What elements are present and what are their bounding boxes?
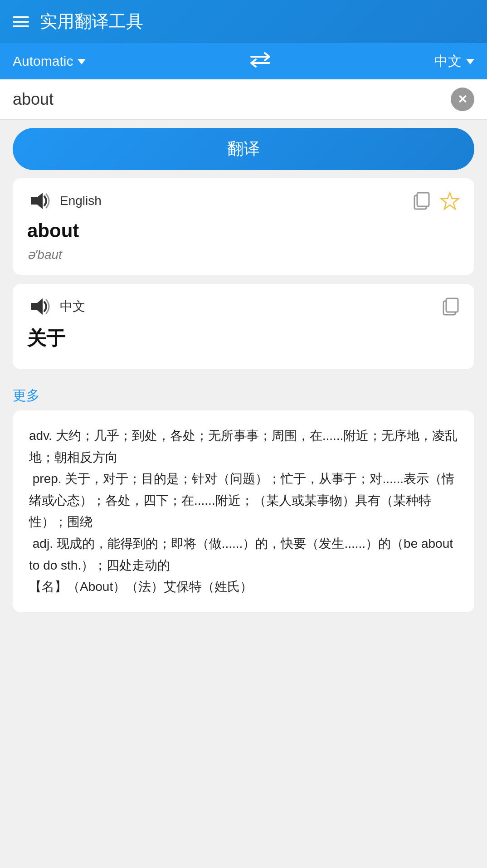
chinese-result-card: 中文 关于 <box>13 284 474 369</box>
language-bar: Automatic 中文 <box>0 43 487 79</box>
english-copy-icon[interactable] <box>413 191 431 211</box>
app-header: 实用翻译工具 <box>0 0 487 43</box>
svg-marker-4 <box>31 298 43 315</box>
search-area <box>0 79 487 120</box>
svg-marker-0 <box>31 193 43 209</box>
app-title: 实用翻译工具 <box>40 10 143 33</box>
chinese-speaker-icon[interactable] <box>27 297 52 317</box>
english-result-card: English about ə'baut <box>13 178 474 275</box>
swap-languages-button[interactable] <box>248 50 272 72</box>
svg-rect-2 <box>417 193 429 206</box>
results-area: English about ə'baut <box>0 178 487 630</box>
favorite-star-icon[interactable] <box>440 191 460 211</box>
chinese-word: 关于 <box>27 326 460 351</box>
english-phonetic: ə'baut <box>27 247 460 262</box>
svg-marker-3 <box>441 193 458 209</box>
more-section-label: 更多 <box>13 378 474 410</box>
english-lang-label: English <box>60 194 102 208</box>
target-language-selector[interactable]: 中文 <box>434 52 474 71</box>
target-lang-chevron-icon <box>466 59 474 64</box>
svg-rect-6 <box>446 298 458 312</box>
translate-button-wrap: 翻译 <box>0 120 487 178</box>
source-lang-chevron-icon <box>78 59 86 64</box>
search-input[interactable] <box>13 90 445 109</box>
menu-button[interactable] <box>13 16 29 27</box>
source-language-selector[interactable]: Automatic <box>13 54 86 69</box>
english-word: about <box>27 220 460 242</box>
source-language-label: Automatic <box>13 54 73 69</box>
target-language-label: 中文 <box>434 52 462 71</box>
clear-button[interactable] <box>451 88 474 111</box>
chinese-copy-icon[interactable] <box>442 297 460 317</box>
more-definitions-card: adv. 大约；几乎；到处，各处；无所事事；周围，在......附近；无序地，凌… <box>13 410 474 612</box>
more-definitions-text: adv. 大约；几乎；到处，各处；无所事事；周围，在......附近；无序地，凌… <box>29 425 458 598</box>
english-speaker-icon[interactable] <box>27 191 52 211</box>
chinese-lang-label: 中文 <box>60 298 85 315</box>
translate-button[interactable]: 翻译 <box>13 128 474 170</box>
